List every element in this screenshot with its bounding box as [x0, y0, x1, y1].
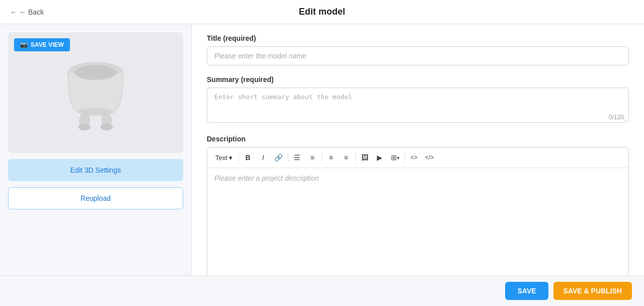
text-format-chevron-icon: ▾ [229, 154, 232, 162]
bold-button[interactable]: B [241, 150, 255, 165]
footer: SAVE SAVE & PUBLISH [0, 275, 644, 306]
svg-point-4 [78, 123, 91, 130]
title-field-group: Title (required) [207, 34, 629, 65]
model-3d-preview [50, 42, 141, 143]
main-content: 📷 SAVE VIEW Edit 3D [0, 24, 644, 275]
toolbar-separator-4 [355, 152, 356, 163]
resize-handle-icon: ⤡ [623, 117, 627, 123]
char-count: 0/120 [609, 114, 624, 121]
italic-icon: I [262, 154, 264, 162]
bullet-list-button[interactable]: ☰ [290, 150, 304, 165]
toolbar-separator-2 [288, 152, 288, 163]
description-label: Description [207, 135, 629, 143]
code-block-icon: </> [425, 154, 434, 161]
bullet-list-icon: ☰ [294, 154, 300, 162]
image-icon: 🖼 [361, 154, 368, 162]
page-title: Edit model [299, 7, 345, 17]
table-button[interactable]: ⊞ ▾ [388, 150, 403, 165]
header: ← ← Back Edit model [0, 0, 644, 24]
rich-text-editor: Text ▾ B I 🔗 ☰ [207, 147, 629, 275]
table-icon: ⊞ [391, 154, 397, 162]
toolbar-separator-5 [405, 152, 405, 163]
description-field-group: Description Text ▾ B I 🔗 [207, 135, 629, 275]
description-placeholder: Please enter a project description [214, 174, 319, 182]
save-label: SAVE [517, 287, 536, 295]
save-view-label: SAVE VIEW [31, 41, 64, 48]
align-right-icon: ≡ [344, 154, 348, 162]
editor-toolbar: Text ▾ B I 🔗 ☰ [207, 147, 628, 168]
back-label: ← Back [19, 8, 44, 16]
text-format-label: Text [215, 154, 227, 162]
reupload-button[interactable]: Reupload [8, 187, 183, 209]
back-arrow-icon: ← [10, 8, 17, 16]
ordered-list-button[interactable]: ≡ [305, 150, 319, 165]
code-block-button[interactable]: </> [422, 150, 437, 165]
right-panel: Title (required) Summary (required) 0/12… [191, 24, 644, 275]
italic-button[interactable]: I [256, 150, 270, 165]
description-editor-content[interactable]: Please enter a project description [207, 168, 628, 275]
text-format-button[interactable]: Text ▾ [211, 152, 236, 164]
toolbar-separator-1 [238, 152, 239, 163]
edit-3d-label: Edit 3D Settings [70, 166, 121, 174]
video-button[interactable]: ▶ [373, 150, 387, 165]
svg-point-1 [74, 65, 117, 80]
align-left-icon: ≡ [329, 154, 333, 162]
video-icon: ▶ [377, 154, 382, 162]
summary-field-group: Summary (required) 0/120 ⤡ [207, 75, 629, 125]
toolbar-separator-3 [321, 152, 322, 163]
align-left-button[interactable]: ≡ [324, 150, 338, 165]
link-icon: 🔗 [274, 154, 283, 162]
image-button[interactable]: 🖼 [358, 150, 372, 165]
model-preview: 📷 SAVE VIEW [8, 32, 183, 153]
save-publish-label: SAVE & PUBLISH [564, 287, 622, 295]
svg-point-6 [101, 123, 113, 130]
left-panel: 📷 SAVE VIEW Edit 3D [0, 24, 191, 275]
save-view-button[interactable]: 📷 SAVE VIEW [14, 38, 70, 51]
reupload-label: Reupload [80, 194, 111, 202]
summary-wrapper: 0/120 ⤡ [207, 88, 629, 125]
back-link[interactable]: ← ← Back [10, 8, 44, 16]
table-chevron-icon: ▾ [397, 155, 399, 161]
edit-3d-settings-button[interactable]: Edit 3D Settings [8, 159, 183, 181]
camera-icon: 📷 [20, 41, 28, 48]
code-inline-button[interactable]: <> [407, 150, 421, 165]
bold-icon: B [246, 154, 251, 162]
code-inline-icon: <> [411, 154, 418, 161]
align-right-button[interactable]: ≡ [339, 150, 353, 165]
title-label: Title (required) [207, 34, 629, 42]
title-input[interactable] [207, 46, 629, 65]
ordered-list-icon: ≡ [310, 154, 314, 162]
save-button[interactable]: SAVE [505, 282, 548, 300]
save-publish-button[interactable]: SAVE & PUBLISH [553, 282, 632, 300]
summary-label: Summary (required) [207, 75, 629, 84]
link-button[interactable]: 🔗 [271, 150, 286, 165]
summary-textarea[interactable] [207, 88, 629, 123]
